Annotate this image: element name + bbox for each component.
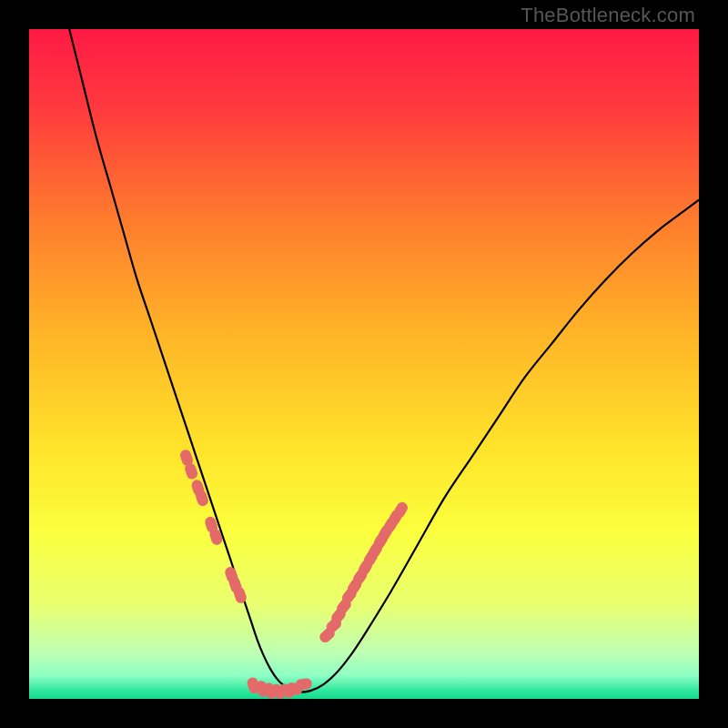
watermark-text: TheBottleneck.com	[521, 4, 695, 27]
chart-canvas	[29, 29, 699, 699]
gradient-background	[29, 29, 699, 699]
chart-frame	[29, 29, 699, 699]
